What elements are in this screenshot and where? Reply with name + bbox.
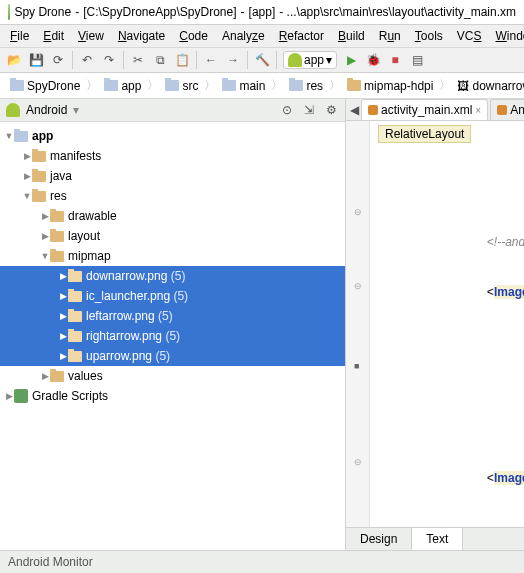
main-toolbar: 📂 💾 ⟳ ↶ ↷ ✂ ⧉ 📋 ← → 🔨 app ▾ ▶ 🐞 ■ ▤: [0, 48, 524, 73]
bc-main[interactable]: main: [218, 78, 269, 94]
menu-code[interactable]: Code: [173, 27, 214, 45]
back-icon[interactable]: ←: [203, 52, 219, 68]
app-icon: [8, 4, 10, 20]
menu-build[interactable]: Build: [332, 27, 371, 45]
forward-icon[interactable]: →: [225, 52, 241, 68]
tab-activity-main[interactable]: activity_main.xml ×: [361, 99, 488, 120]
xml-icon: [368, 105, 378, 115]
paste-icon[interactable]: 📋: [174, 52, 190, 68]
status-bar[interactable]: Android Monitor: [0, 550, 524, 573]
menu-analyze[interactable]: Analyze: [216, 27, 271, 45]
title-context: [app]: [249, 5, 276, 19]
menu-file[interactable]: File: [4, 27, 35, 45]
stop-icon[interactable]: ■: [387, 52, 403, 68]
save-icon[interactable]: 💾: [28, 52, 44, 68]
tab-other[interactable]: An: [490, 99, 524, 120]
bc-mipmap[interactable]: mipmap-hdpi: [343, 78, 437, 94]
menu-navigate[interactable]: Navigate: [112, 27, 171, 45]
avd-icon[interactable]: ▤: [409, 52, 425, 68]
tree-item-rightarrow[interactable]: ▶rightarrow.png (5): [0, 326, 345, 346]
bc-file[interactable]: 🖼 downarrow.png: [453, 78, 524, 94]
menu-window[interactable]: Window: [489, 27, 524, 45]
menu-refactor[interactable]: Refactor: [273, 27, 330, 45]
xml-icon: [497, 105, 507, 115]
code-body[interactable]: android:layo android:layo android:layo a…: [386, 149, 524, 527]
breadcrumb-tag[interactable]: RelativeLayout: [378, 125, 471, 143]
scroll-to-source-icon[interactable]: ⊙: [279, 102, 295, 118]
tree-app[interactable]: ▼app: [0, 126, 345, 146]
sync-icon[interactable]: ⟳: [50, 52, 66, 68]
code-editor[interactable]: ◀ ⊖ ⊖ ■ ⊖ RelativeLayout android:layo an…: [346, 121, 524, 527]
bc-res[interactable]: res: [285, 78, 327, 94]
tree-java[interactable]: ▶java: [0, 166, 345, 186]
settings-icon[interactable]: ⚙: [323, 102, 339, 118]
tree-res[interactable]: ▼res: [0, 186, 345, 206]
close-icon[interactable]: ×: [475, 105, 481, 116]
menu-view[interactable]: View: [72, 27, 110, 45]
tab-design[interactable]: Design: [346, 528, 412, 550]
breadcrumb: SpyDrone〉 app〉 src〉 main〉 res〉 mipmap-hd…: [0, 73, 524, 99]
editor-gutter: ⊖ ⊖ ■ ⊖: [346, 121, 370, 527]
run-config-label: app: [304, 53, 324, 67]
android-icon: [6, 103, 20, 117]
tree-drawable[interactable]: ▶drawable: [0, 206, 345, 226]
title-project: [C:\SpyDroneApp\SpyDrone]: [83, 5, 236, 19]
run-icon[interactable]: ▶: [343, 52, 359, 68]
tree-manifests[interactable]: ▶manifests: [0, 146, 345, 166]
debug-icon[interactable]: 🐞: [365, 52, 381, 68]
title-bar: Spy Drone - [C:\SpyDroneApp\SpyDrone] - …: [0, 0, 524, 25]
menu-bar: File Edit View Navigate Code Analyze Ref…: [0, 25, 524, 48]
undo-icon[interactable]: ↶: [79, 52, 95, 68]
tree-item-uparrow[interactable]: ▶uparrow.png (5): [0, 346, 345, 366]
bc-project[interactable]: SpyDrone: [6, 78, 84, 94]
copy-icon[interactable]: ⧉: [152, 52, 168, 68]
tree-mipmap[interactable]: ▼mipmap: [0, 246, 345, 266]
open-icon[interactable]: 📂: [6, 52, 22, 68]
bc-app[interactable]: app: [100, 78, 145, 94]
tree-layout[interactable]: ▶layout: [0, 226, 345, 246]
tree-values[interactable]: ▶values: [0, 366, 345, 386]
cut-icon[interactable]: ✂: [130, 52, 146, 68]
title-app: Spy Drone: [14, 5, 71, 19]
project-pane: Android ▾ ⊙ ⇲ ⚙ ▼app ▶manifests ▶java ▼r…: [0, 99, 346, 550]
editor-pane: ◀ activity_main.xml × An ◀ ⊖ ⊖ ■ ⊖ Relat…: [346, 99, 524, 550]
menu-tools[interactable]: Tools: [409, 27, 449, 45]
run-config-dropdown[interactable]: app ▾: [283, 51, 337, 69]
tree-item-downarrow[interactable]: ▶downarrow.png (5): [0, 266, 345, 286]
collapse-icon[interactable]: ⇲: [301, 102, 317, 118]
editor-tabbar: ◀ activity_main.xml × An: [346, 99, 524, 121]
menu-vcs[interactable]: VCS: [451, 27, 488, 45]
tab-prev-icon[interactable]: ◀: [350, 102, 359, 118]
tree-gradle[interactable]: ▶Gradle Scripts: [0, 386, 345, 406]
gradle-icon: [14, 389, 28, 403]
project-tree[interactable]: ▼app ▶manifests ▶java ▼res ▶drawable ▶la…: [0, 122, 345, 550]
redo-icon[interactable]: ↷: [101, 52, 117, 68]
android-icon: [288, 53, 302, 67]
tree-item-leftarrow[interactable]: ▶leftarrow.png (5): [0, 306, 345, 326]
tab-text[interactable]: Text: [412, 528, 463, 550]
project-pane-header[interactable]: Android ▾ ⊙ ⇲ ⚙: [0, 99, 345, 122]
editor-bottom-tabs: Design Text: [346, 527, 524, 550]
pane-title: Android: [26, 103, 67, 117]
bc-src[interactable]: src: [161, 78, 202, 94]
menu-edit[interactable]: Edit: [37, 27, 70, 45]
title-path: - ...\app\src\main\res\layout\activity_m…: [279, 5, 516, 19]
tree-item-iclauncher[interactable]: ▶ic_launcher.png (5): [0, 286, 345, 306]
make-icon[interactable]: 🔨: [254, 52, 270, 68]
menu-run[interactable]: Run: [373, 27, 407, 45]
